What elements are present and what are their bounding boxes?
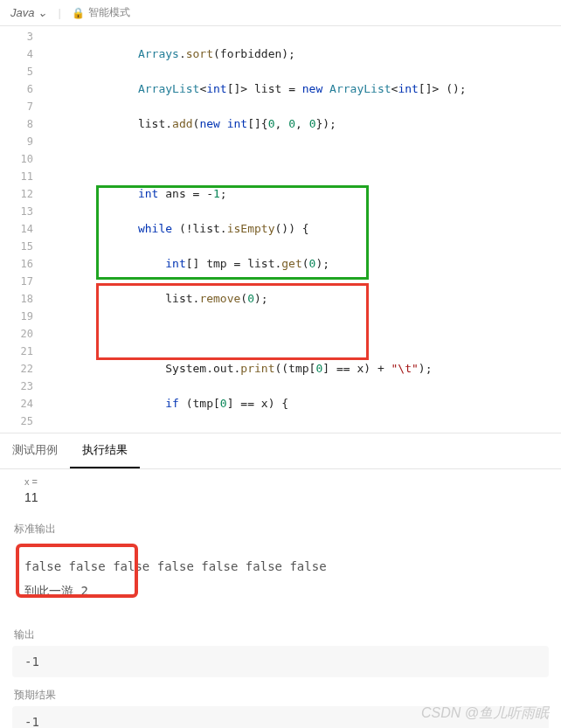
language-label: Java <box>10 6 34 19</box>
lock-icon: 🔒 <box>72 7 85 19</box>
mode-label-text: 智能模式 <box>88 5 130 20</box>
stdout-label: 标准输出 <box>0 522 561 537</box>
stdout-area: false false false false false false fals… <box>0 540 561 617</box>
input-var-value: 11 <box>0 487 561 511</box>
expected-label: 预期结果 <box>0 688 561 703</box>
stdout-line: false false false false false false fals… <box>24 554 537 579</box>
tab-bar: 测试用例 执行结果 <box>0 433 561 469</box>
output-label: 输出 <box>0 627 561 642</box>
divider: | <box>58 6 60 19</box>
code-content[interactable]: Arrays.sort(forbidden); ArrayList<int[]>… <box>56 26 561 433</box>
editor-toolbar: Java ⌄ | 🔒 智能模式 <box>0 0 561 26</box>
language-selector[interactable]: Java ⌄ <box>10 6 47 19</box>
expected-value: -1 <box>12 706 549 728</box>
output-value: -1 <box>12 646 549 677</box>
mode-indicator[interactable]: 🔒 智能模式 <box>72 5 130 20</box>
result-panel: 测试用例 执行结果 x = 11 标准输出 false false false … <box>0 433 561 728</box>
stdout-line: 到此一游 2 <box>24 579 537 603</box>
tab-testcases[interactable]: 测试用例 <box>0 433 70 468</box>
input-var-label: x = <box>0 469 561 487</box>
fold-column <box>44 26 56 433</box>
code-editor[interactable]: 345678910111213141516171819202122232425 … <box>0 26 561 433</box>
chevron-down-icon: ⌄ <box>38 6 47 19</box>
tab-result[interactable]: 执行结果 <box>70 433 140 468</box>
line-gutter: 345678910111213141516171819202122232425 <box>0 26 44 433</box>
